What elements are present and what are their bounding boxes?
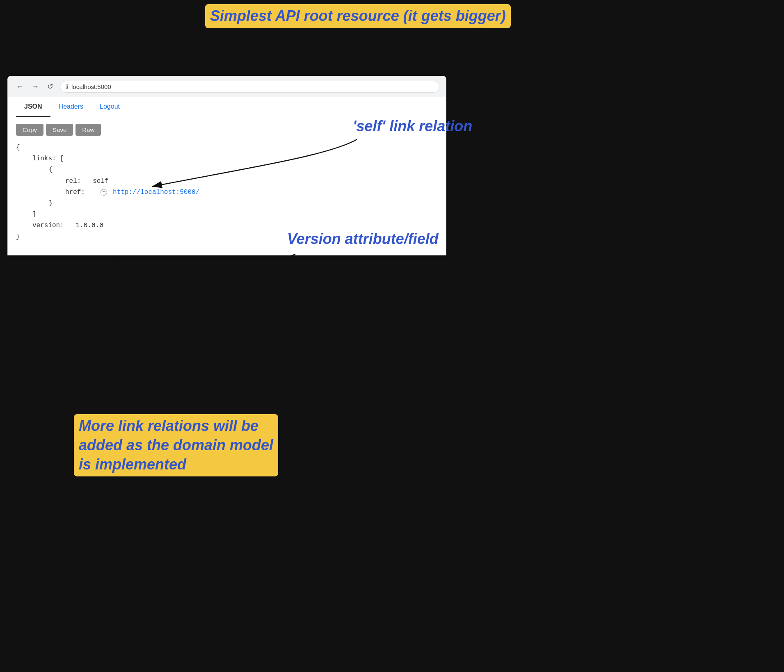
back-button[interactable]: ← — [14, 81, 25, 93]
save-button[interactable]: Save — [46, 124, 73, 136]
address-bar[interactable]: ℹ localhost:5000 — [60, 81, 439, 93]
lock-icon: ℹ — [66, 83, 68, 90]
raw-button[interactable]: Raw — [75, 124, 101, 136]
json-links-key: links: [ — [16, 153, 438, 164]
top-annotation: Simplest API root resource (it gets bigg… — [205, 4, 511, 28]
tab-logout[interactable]: Logout — [91, 97, 128, 117]
forward-button[interactable]: → — [30, 81, 41, 93]
json-inner-open-brace: { — [16, 164, 438, 175]
bottom-annotation: More link relations will be added as the… — [74, 414, 278, 476]
collapse-icon[interactable]: − — [101, 189, 107, 196]
version-annotation: Version attribute/field — [287, 230, 439, 249]
json-content: { links: [ { rel: self href: − http://lo… — [16, 142, 438, 243]
tab-headers[interactable]: Headers — [50, 97, 91, 117]
reload-button[interactable]: ↺ — [46, 80, 55, 93]
copy-button[interactable]: Copy — [16, 124, 43, 136]
bottom-line2: added as the domain model — [79, 437, 273, 453]
json-rel: rel: self — [16, 176, 438, 187]
top-annotation-text: Simplest API root resource (it gets bigg… — [205, 4, 511, 28]
json-inner-close-brace: } — [16, 198, 438, 209]
bottom-annotation-block: More link relations will be added as the… — [74, 414, 278, 476]
version-text: Version attribute/field — [287, 230, 439, 247]
json-href: href: − http://localhost:5000/ — [16, 187, 438, 198]
browser-chrome: ← → ↺ ℹ localhost:5000 — [8, 76, 446, 97]
tab-json[interactable]: JSON — [16, 97, 50, 117]
url-text: localhost:5000 — [71, 83, 111, 90]
browser-window: ← → ↺ ℹ localhost:5000 JSON Headers Logo… — [7, 76, 446, 255]
self-link-annotation: 'self' link relation — [353, 117, 472, 136]
bottom-line1: More link relations will be — [79, 417, 258, 434]
self-link-text: 'self' link relation — [353, 118, 472, 134]
href-link[interactable]: http://localhost:5000/ — [113, 189, 199, 196]
tab-bar: JSON Headers Logout — [8, 97, 446, 117]
bottom-line3: is implemented — [79, 456, 186, 473]
json-close-bracket: ] — [16, 209, 438, 220]
json-open-brace: { — [16, 142, 438, 153]
